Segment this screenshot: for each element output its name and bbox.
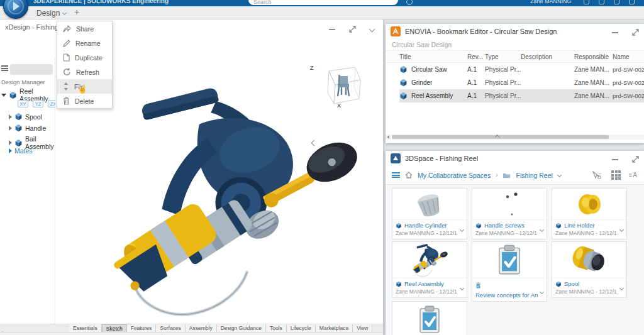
user-name[interactable]: Zane MANNING: [530, 0, 572, 4]
menu-item-share[interactable]: Share: [57, 21, 112, 36]
tree-filter-input[interactable]: [10, 64, 53, 75]
tile-expand-chevron[interactable]: [620, 222, 623, 234]
table-header-row[interactable]: Title Rev... Type Description Responsibl…: [386, 51, 644, 63]
trash-icon: [63, 97, 70, 105]
tab-design[interactable]: Design: [34, 6, 69, 19]
minimize-button[interactable]: [329, 29, 335, 30]
tile-name[interactable]: Line Holder: [564, 222, 595, 229]
column-description[interactable]: Description: [521, 53, 574, 60]
table-row[interactable]: Grinder A.1 Physical Pr... Zane MAN... p…: [399, 76, 644, 89]
tile-line-holder[interactable]: Line Holder Zane MANNING - 12/12/1: [552, 188, 627, 239]
tile-handle-screws[interactable]: Handle Screws Zane MANNING - 12/12/1: [472, 188, 547, 239]
reel-thumbnail: [405, 243, 454, 278]
ribbon-tab-view[interactable]: View: [353, 324, 372, 332]
3dspace-window-header[interactable]: 3DSpace - Fishing Reel: [386, 151, 644, 166]
column-responsible[interactable]: Responsible: [574, 53, 613, 60]
expand-button[interactable]: [632, 156, 639, 163]
menu-item-delete[interactable]: Delete: [57, 94, 112, 108]
apps-icon[interactable]: [629, 0, 635, 4]
ribbon-tab-marketplace[interactable]: Marketplace: [316, 324, 353, 332]
chevron-down-icon[interactable]: [557, 173, 562, 177]
plane-chip-yz[interactable]: YZ: [33, 100, 43, 107]
select-mode-icon[interactable]: [592, 171, 604, 179]
tile-thumbnail: [472, 242, 547, 278]
collapsed-arrow-icon[interactable]: [9, 148, 12, 153]
ribbon-tab-essentials[interactable]: Essentials: [69, 324, 102, 332]
menu-item-rename[interactable]: Rename: [57, 36, 112, 50]
clipboard-check-thumbnail: [496, 244, 523, 277]
ribbon-tab-assembly[interactable]: Assembly: [186, 324, 217, 332]
ribbon-tab-surfaces[interactable]: Surfaces: [156, 324, 186, 332]
compass-icon[interactable]: [406, 0, 413, 5]
enovia-window-header[interactable]: ENOVIA - Bookmark Editor - Circular Saw …: [386, 24, 644, 39]
share-icon[interactable]: [614, 0, 619, 4]
tree-options-icon[interactable]: [1, 65, 8, 71]
tile-meta: Zane MANNING - 12/12/1: [475, 230, 543, 236]
expanded-arrow-icon[interactable]: [1, 94, 6, 97]
tile-name[interactable]: Handle Screws: [484, 222, 525, 229]
column-rev[interactable]: Rev...: [467, 53, 485, 60]
plane-chip-xy[interactable]: XY: [18, 100, 28, 107]
scroll-left-arrow-icon[interactable]: [387, 135, 389, 139]
tile-expand-chevron[interactable]: [460, 222, 464, 234]
expand-button[interactable]: [632, 29, 639, 36]
resize-grip-icon[interactable]: [495, 135, 500, 140]
tile-expand-chevron[interactable]: [540, 222, 543, 234]
breadcrumb-root[interactable]: My Collaborative Spaces: [418, 172, 491, 179]
tree-item-mates[interactable]: Mates: [9, 147, 33, 155]
tile-handle-cylinder[interactable]: Handle Cylinder Zane MANNING - 12/12/1: [392, 188, 467, 239]
menu-item-duplicate[interactable]: Duplicate: [57, 50, 112, 65]
ribbon-tab-design-guidance[interactable]: Design Guidance: [217, 324, 266, 332]
ribbon-tab-sketch[interactable]: Sketch: [102, 324, 127, 332]
tile-expand-chevron[interactable]: [460, 281, 464, 292]
list-view-icon[interactable]: ≡A: [628, 172, 638, 178]
item-cube-icon: [399, 65, 408, 74]
part-cube-icon: [14, 113, 23, 121]
tile-reel-assembly[interactable]: Reel Assembly Zane MANNING - 12/12/1: [392, 241, 467, 298]
item-cube-icon: [396, 222, 402, 229]
menu-item-refresh[interactable]: Refresh: [57, 65, 112, 79]
notifications-icon[interactable]: [599, 0, 604, 4]
tile-spool[interactable]: Spool Zane MANNING - 12/12/1: [552, 241, 627, 298]
collapsed-arrow-icon[interactable]: [9, 126, 12, 131]
tile-name[interactable]: Spool: [564, 280, 579, 287]
home-icon[interactable]: [405, 172, 413, 178]
tile-expand-chevron[interactable]: [540, 285, 543, 296]
tile-name[interactable]: Reel Assembly: [404, 280, 444, 287]
menu-icon[interactable]: [392, 172, 400, 178]
window-menu-chevron[interactable]: [369, 26, 375, 33]
add-tab-button[interactable]: +: [74, 7, 79, 17]
ribbon-tab-lifecycle[interactable]: Lifecycle: [287, 324, 316, 332]
column-type[interactable]: Type: [485, 53, 521, 60]
expand-button[interactable]: [349, 26, 356, 33]
minimize-button[interactable]: [612, 159, 618, 160]
grid-view-icon[interactable]: [611, 170, 621, 180]
minimize-button[interactable]: [612, 32, 618, 33]
tree-item-spool[interactable]: Spool: [9, 113, 42, 121]
tile-partial[interactable]: [392, 301, 467, 335]
tile-name[interactable]: Handle Cylinder: [404, 222, 447, 229]
tile-review-concepts[interactable]: Review concepts for An: [472, 241, 547, 302]
refresh-icon: [63, 68, 71, 76]
breadcrumb-current[interactable]: Fishing Reel: [516, 172, 552, 179]
fishing-reel-model[interactable]: [96, 79, 367, 324]
tile-thumbnail: [392, 242, 467, 278]
table-row-selected[interactable]: Reel Assembly A.1 Physical Pr... Zane MA…: [399, 89, 644, 102]
table-row[interactable]: Circular Saw A.1 Physical Pr... Zane MAN…: [399, 63, 644, 76]
tree-item-handle[interactable]: Handle: [9, 124, 46, 132]
play-icon[interactable]: [584, 0, 589, 4]
ribbon-tab-tools[interactable]: Tools: [266, 324, 287, 332]
ribbon-tab-features[interactable]: Features: [127, 324, 157, 332]
column-name[interactable]: Name: [613, 53, 644, 60]
menu-item-fix[interactable]: Fix ☝: [57, 79, 112, 94]
tile-expand-chevron[interactable]: [620, 281, 623, 292]
view-cube[interactable]: [316, 62, 364, 105]
collapsed-arrow-icon[interactable]: [9, 140, 12, 145]
collapsed-arrow-icon[interactable]: [9, 114, 12, 119]
cell-responsible: Zane MAN...: [574, 92, 613, 99]
column-title[interactable]: Title: [386, 53, 467, 60]
horizontal-scrollbar[interactable]: [386, 135, 644, 140]
scrollbar-thumb[interactable]: [392, 135, 609, 139]
search-input[interactable]: Search: [248, 0, 398, 5]
tile-name[interactable]: Review concepts for An: [475, 292, 538, 299]
